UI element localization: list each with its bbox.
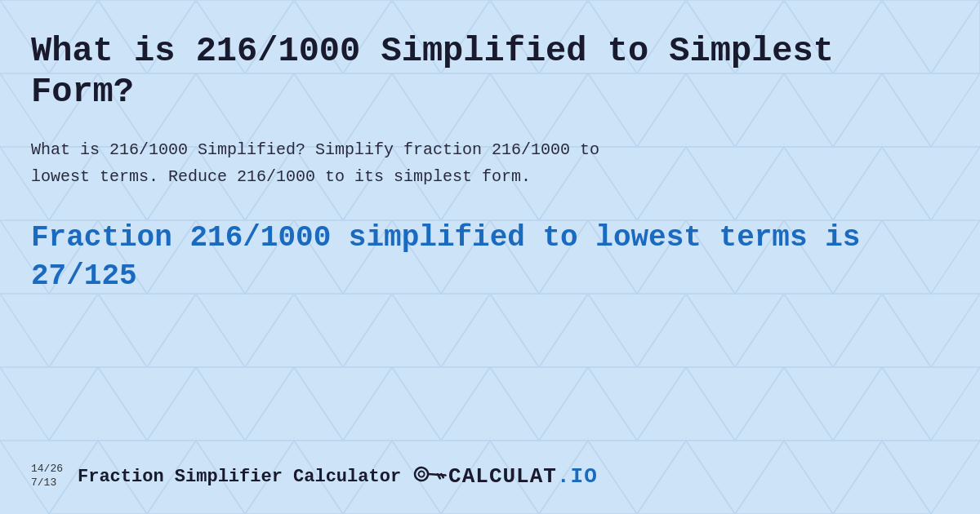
- logo-text: CALCULAT.IO: [448, 464, 598, 489]
- result-text: Fraction 216/1000 simplified to lowest t…: [31, 219, 949, 296]
- svg-point-135: [417, 470, 425, 478]
- page-content: What is 216/1000 Simplified to Simplest …: [0, 0, 980, 514]
- footer-brand-label: Fraction Simplifier Calculator: [78, 467, 401, 487]
- description: What is 216/1000 Simplified? Simplify fr…: [31, 136, 949, 190]
- footer-fractions: 14/26 7/13: [31, 463, 63, 490]
- page-title: What is 216/1000 Simplified to Simplest …: [31, 31, 949, 113]
- footer-brand: Fraction Simplifier Calculator: [78, 467, 401, 487]
- result-section: Fraction 216/1000 simplified to lowest t…: [31, 219, 949, 296]
- footer-logo: CALCULAT.IO: [416, 462, 598, 491]
- main-section: What is 216/1000 Simplified to Simplest …: [31, 31, 949, 447]
- key-icon: [411, 456, 451, 496]
- logo-main: CALCULAT: [448, 464, 557, 489]
- footer-fraction1: 14/26: [31, 463, 63, 476]
- logo-suffix: .IO: [557, 464, 598, 489]
- description-line2: lowest terms. Reduce 216/1000 to its sim…: [31, 167, 531, 186]
- description-line1: What is 216/1000 Simplified? Simplify fr…: [31, 140, 599, 159]
- footer-fraction2: 7/13: [31, 476, 63, 490]
- footer: 14/26 7/13 Fraction Simplifier Calculato…: [31, 462, 949, 491]
- result-line1: Fraction 216/1000 simplified to lowest t…: [31, 221, 860, 255]
- result-line2: 27/125: [31, 259, 137, 293]
